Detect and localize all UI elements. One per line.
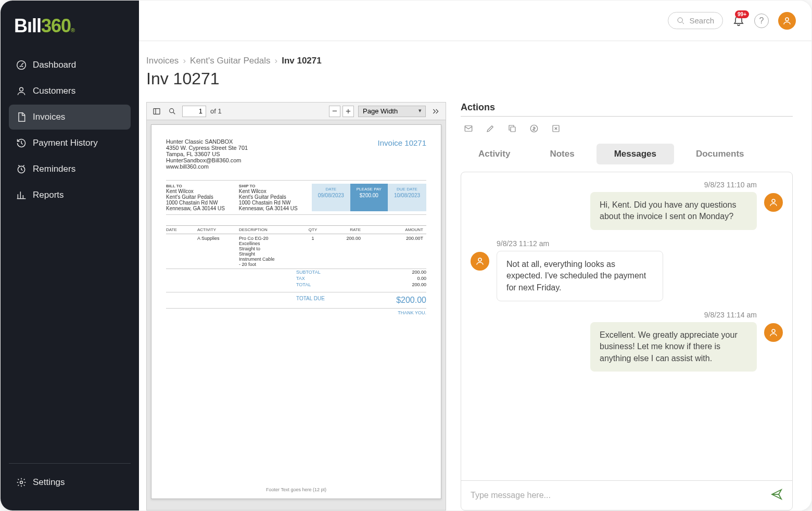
tab-documents[interactable]: Documents xyxy=(678,144,762,164)
tax-value: 0.00 xyxy=(417,276,426,281)
tab-messages[interactable]: Messages xyxy=(597,144,674,164)
sidebar-item-dashboard[interactable]: Dashboard xyxy=(9,53,131,78)
pdf-zoom-in[interactable]: + xyxy=(342,106,354,117)
pdf-search-button[interactable] xyxy=(167,106,178,117)
breadcrumb-current: Inv 10271 xyxy=(282,56,322,66)
sidebar-item-customers[interactable]: Customers xyxy=(9,79,131,104)
chevrons-icon xyxy=(432,107,440,116)
pdf-body[interactable]: Hunter Classic SANDBOX 4350 W. Cypress S… xyxy=(147,120,446,510)
sidebar-item-label: Dashboard xyxy=(33,60,76,70)
sidebar-item-reminders[interactable]: Reminders xyxy=(9,157,131,182)
sidebar-item-label: Settings xyxy=(33,477,65,488)
person-icon xyxy=(769,328,778,337)
bill-to-company: Kent's Guitar Pedals xyxy=(166,194,226,200)
col-rate: RATE xyxy=(327,227,364,232)
sidebar-bottom: Settings xyxy=(1,463,139,510)
chat-input[interactable] xyxy=(471,491,764,500)
notification-badge: 99+ xyxy=(735,10,749,18)
message-avatar xyxy=(764,193,783,212)
li-desc-line: Straight xyxy=(239,251,298,257)
main: Search 99+ ? Invoices › Kent's Guitar Pe… xyxy=(139,1,811,510)
person-icon xyxy=(782,16,792,25)
file-icon xyxy=(16,112,27,122)
tab-notes[interactable]: Notes xyxy=(532,144,592,164)
message-bubble: Excellent. We greatly appreciate your bu… xyxy=(590,322,757,372)
mail-icon[interactable] xyxy=(464,124,473,133)
svg-point-13 xyxy=(478,258,481,261)
chat-box: 9/8/23 11:10 am Hi, Kent. Did you have a… xyxy=(461,172,793,510)
total-due-label: TOTAL DUE xyxy=(166,296,325,305)
notifications-button[interactable]: 99+ xyxy=(732,14,745,28)
breadcrumb-invoices[interactable]: Invoices xyxy=(146,56,179,66)
logo-reg: ® xyxy=(71,27,74,33)
bill-to-label: BILL TO xyxy=(166,184,226,188)
li-desc-line: - 20 foot xyxy=(239,262,298,267)
li-rate: 200.00 xyxy=(327,236,364,267)
pencil-icon[interactable] xyxy=(486,124,495,133)
sidebar-item-settings[interactable]: Settings xyxy=(9,470,131,495)
breadcrumb-separator: › xyxy=(183,56,186,66)
user-avatar[interactable] xyxy=(778,12,796,30)
sidebar-item-payment-history[interactable]: Payment History xyxy=(9,131,131,156)
svg-point-5 xyxy=(785,18,789,21)
date-box: DATE 09/08/2023 xyxy=(312,184,350,211)
message-timestamp: 9/8/23 11:10 am xyxy=(704,181,757,189)
ship-to-name: Kent Wilcox xyxy=(239,188,299,194)
line-item-row: A Supplies Pro Co EG-20 Excellines Strai… xyxy=(166,234,426,269)
search-icon xyxy=(168,107,176,116)
pdf-tools-button[interactable] xyxy=(430,106,441,117)
col-amount: AMOUNT xyxy=(364,227,426,232)
message-stack: 9/8/23 11:12 am Not at all, everything l… xyxy=(497,239,663,301)
date-value: 09/08/2023 xyxy=(318,193,344,198)
li-amount: 200.00T xyxy=(364,236,426,267)
search-icon xyxy=(677,17,685,25)
invoice-totals: SUBTOTAL200.00 TAX0.00 TOTAL200.00 xyxy=(166,269,426,288)
pdf-sidebar-toggle[interactable] xyxy=(151,106,162,117)
from-name: Hunter Classic SANDBOX xyxy=(166,138,248,145)
history-icon xyxy=(16,138,27,148)
sidebar-item-reports[interactable]: Reports xyxy=(9,183,131,208)
col-date: DATE xyxy=(166,227,197,232)
search-input[interactable]: Search xyxy=(668,12,723,29)
close-box-icon[interactable] xyxy=(551,124,561,133)
pay-label: PLEASE PAY xyxy=(357,187,382,191)
ship-to-block: SHIP TO Kent Wilcox Kent's Guitar Pedals… xyxy=(239,184,299,211)
due-value: 10/08/2023 xyxy=(394,193,420,198)
total-value: 200.00 xyxy=(412,282,426,287)
logo-part: 360 xyxy=(41,15,71,37)
nav: Dashboard Customers Invoices Payment His… xyxy=(1,53,139,463)
sidebar-item-label: Reports xyxy=(33,190,64,200)
divider xyxy=(9,463,131,464)
logo-part: B xyxy=(14,15,27,37)
sidebar-item-label: Invoices xyxy=(33,112,65,122)
chat-scroll[interactable]: 9/8/23 11:10 am Hi, Kent. Did you have a… xyxy=(461,172,792,480)
svg-rect-9 xyxy=(511,127,515,132)
pdf-page-input[interactable] xyxy=(182,106,206,117)
pay-value: $200.00 xyxy=(357,193,382,198)
ship-to-label: SHIP TO xyxy=(239,184,299,188)
svg-point-4 xyxy=(678,18,682,22)
logo: Bıll360® xyxy=(1,15,139,53)
breadcrumb-customer[interactable]: Kent's Guitar Pedals xyxy=(190,56,270,66)
pdf-zoom-out[interactable]: − xyxy=(329,106,340,117)
clock-icon xyxy=(16,164,27,174)
ship-to-city: Kennesaw, GA 30144 US xyxy=(239,206,299,211)
invoice-header: Hunter Classic SANDBOX 4350 W. Cypress S… xyxy=(166,138,426,170)
tab-activity[interactable]: Activity xyxy=(461,144,528,164)
actions-pane: Actions Activity Notes Messages Document… xyxy=(461,102,793,510)
breadcrumb-separator: › xyxy=(274,56,277,66)
total-label: TOTAL xyxy=(166,282,296,287)
sidebar-item-invoices[interactable]: Invoices xyxy=(9,105,131,130)
message-row: 9/8/23 11:14 am Excellent. We greatly ap… xyxy=(471,311,783,372)
li-desc-line: Pro Co EG-20 xyxy=(239,236,298,241)
ship-to-street: 1000 Chastain Rd NW xyxy=(239,200,299,206)
page-title: Inv 10271 xyxy=(146,69,793,88)
copy-icon[interactable] xyxy=(508,124,517,133)
dollar-icon[interactable] xyxy=(529,124,539,133)
send-button[interactable] xyxy=(770,488,783,503)
help-button[interactable]: ? xyxy=(754,14,769,28)
topbar: Search 99+ ? xyxy=(139,1,811,41)
pdf-zoom-select[interactable]: Page Width xyxy=(358,106,426,117)
pdf-zoom-controls: − + xyxy=(329,106,354,117)
bill-to-street: 1000 Chastain Rd NW xyxy=(166,200,226,206)
